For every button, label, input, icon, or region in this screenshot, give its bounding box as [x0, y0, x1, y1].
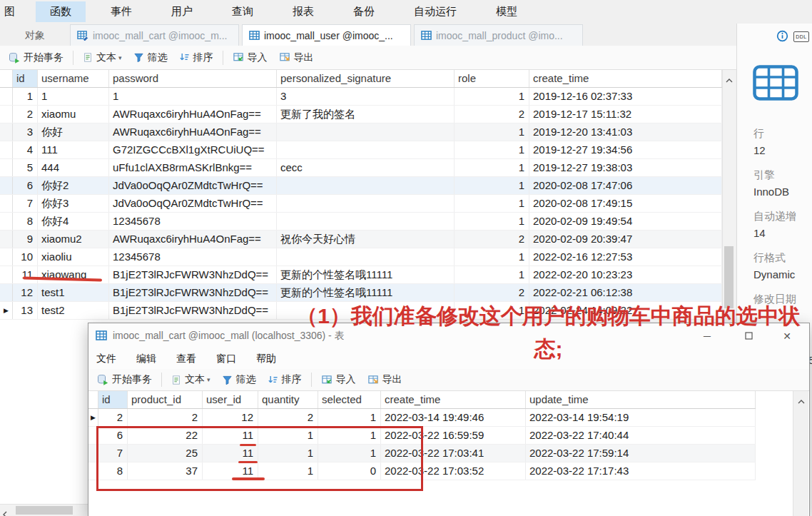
- cell-password[interactable]: 1: [109, 88, 277, 105]
- cell-create_time[interactable]: 2022-02-20 10:23:23: [529, 266, 722, 283]
- table-row[interactable]: 72511112022-03-22 17:03:412022-03-22 17:…: [88, 445, 756, 462]
- begin-transaction-button[interactable]: 开始事务: [91, 371, 158, 388]
- row-marker[interactable]: [0, 159, 13, 176]
- cell-username[interactable]: 444: [38, 159, 109, 176]
- cell-username[interactable]: 你好2: [38, 177, 109, 194]
- cell-create_time[interactable]: 2022-02-21 06:12:38: [529, 284, 722, 301]
- menu-item-backup[interactable]: 备份: [339, 1, 389, 22]
- cell-role[interactable]: 1: [455, 123, 529, 141]
- cell-create_time[interactable]: 2020-02-09 19:49:54: [529, 213, 722, 230]
- cell-password[interactable]: B1jE2T3lRJcFWRW3NhzDdQ==: [109, 302, 277, 319]
- cell-selected[interactable]: 1: [318, 445, 381, 462]
- cell-username[interactable]: test2: [38, 302, 109, 319]
- popup-menu-edit[interactable]: 编辑: [128, 353, 164, 365]
- cell-personalized_signature[interactable]: 更新了我的签名: [277, 106, 455, 123]
- cell-role[interactable]: 2: [455, 284, 529, 301]
- menu-item-query[interactable]: 查询: [218, 1, 268, 22]
- column-header-product_id[interactable]: product_id: [128, 391, 203, 408]
- table-row[interactable]: 83711102022-03-22 17:03:522022-03-22 17:…: [88, 462, 756, 480]
- cell-update_time[interactable]: 2022-03-22 17:59:14: [526, 445, 756, 462]
- cell-id[interactable]: 11: [13, 266, 38, 283]
- table-row[interactable]: ▶2212212022-03-14 19:49:462022-03-14 19:…: [88, 409, 756, 427]
- cell-personalized_signature[interactable]: 更新的个性签名哦11111: [277, 266, 455, 283]
- cell-personalized_signature[interactable]: [277, 177, 455, 194]
- cell-role[interactable]: 1: [455, 177, 529, 194]
- cell-product_id[interactable]: 25: [128, 445, 203, 462]
- cell-password[interactable]: G72IZGCCcBXl1gXtRCUiUQ==: [109, 141, 277, 158]
- cell-id[interactable]: 7: [13, 195, 38, 212]
- close-icon[interactable]: ✕: [771, 323, 803, 348]
- import-button[interactable]: 导入: [315, 371, 362, 388]
- cell-create_time[interactable]: 2019-12-16 02:37:33: [529, 88, 722, 105]
- row-marker[interactable]: [0, 106, 13, 123]
- table-row[interactable]: 62211112022-03-22 16:59:592022-03-22 17:…: [88, 427, 756, 445]
- cell-role[interactable]: 1: [455, 266, 529, 283]
- cell-selected[interactable]: 1: [318, 409, 381, 426]
- cell-user_id[interactable]: 11: [203, 427, 258, 444]
- row-marker[interactable]: [88, 462, 98, 480]
- cell-personalized_signature[interactable]: [277, 123, 455, 141]
- table-row[interactable]: ▶13test2B1jE2T3lRJcFWRW3NhzDdQ==12022-02…: [0, 302, 722, 320]
- cell-create_time[interactable]: 2020-02-08 17:47:06: [529, 177, 722, 194]
- column-header-id[interactable]: id: [98, 391, 128, 408]
- column-header-personalized_signature[interactable]: personalized_signature: [277, 70, 455, 87]
- cell-personalized_signature[interactable]: 祝你今天好心情: [277, 231, 455, 248]
- cell-role[interactable]: 1: [455, 88, 529, 105]
- cell-password[interactable]: 12345678: [109, 248, 277, 265]
- cell-id[interactable]: 1: [13, 88, 38, 105]
- cell-create_time[interactable]: 2022-02-16 12:27:53: [529, 248, 722, 265]
- cell-password[interactable]: B1jE2T3lRJcFWRW3NhzDdQ==: [109, 266, 277, 283]
- text-button[interactable]: 文本▾: [77, 49, 128, 66]
- cell-selected[interactable]: 1: [318, 427, 381, 444]
- table-row[interactable]: 9xiaomu2AWRuqaxc6iryhHuA4OnFag==祝你今天好心情2…: [0, 231, 722, 248]
- tab-imooc-mall-product[interactable]: imooc_mall_product @imo...: [414, 24, 583, 46]
- cell-role[interactable]: 1: [455, 195, 529, 212]
- cell-create_time[interactable]: 2020-02-08 17:49:15: [529, 195, 722, 212]
- cell-id[interactable]: 3: [13, 123, 38, 141]
- cell-id[interactable]: 12: [13, 284, 38, 301]
- cell-product_id[interactable]: 37: [128, 462, 203, 480]
- row-marker[interactable]: [0, 284, 13, 301]
- cell-password[interactable]: AWRuqaxc6iryhHuA4OnFag==: [109, 123, 277, 141]
- cell-password[interactable]: AWRuqaxc6iryhHuA4OnFag==: [109, 106, 277, 123]
- filter-button[interactable]: 筛选: [128, 49, 173, 66]
- cell-id[interactable]: 9: [13, 231, 38, 248]
- cell-create_time[interactable]: 2022-03-22 17:03:52: [381, 462, 526, 480]
- popup-vertical-scrollbar[interactable]: [793, 391, 808, 516]
- row-marker[interactable]: [0, 213, 13, 230]
- cell-update_time[interactable]: 2022-03-22 17:40:44: [526, 427, 756, 444]
- export-button[interactable]: 导出: [362, 371, 408, 388]
- popup-menu-window[interactable]: 窗口: [208, 353, 244, 365]
- main-vertical-scrollbar[interactable]: [722, 70, 736, 323]
- cell-create_time[interactable]: 2022-03-14 19:49:46: [381, 409, 526, 426]
- cell-password[interactable]: JdVa0oOqQAr0ZMdtcTwHrQ==: [109, 195, 277, 212]
- row-marker[interactable]: [0, 88, 13, 105]
- cell-create_time[interactable]: 2019-12-17 15:11:32: [529, 106, 722, 123]
- cell-username[interactable]: 你好4: [38, 213, 109, 230]
- cell-username[interactable]: xiaomu: [38, 106, 109, 123]
- menu-item-user[interactable]: 用户: [157, 1, 207, 22]
- info-icon[interactable]: [776, 30, 788, 44]
- cell-user_id[interactable]: 11: [203, 462, 258, 480]
- column-header-create_time[interactable]: create_time: [381, 391, 526, 408]
- table-row[interactable]: 8你好41234567812020-02-09 19:49:54: [0, 213, 722, 231]
- cell-id[interactable]: 4: [13, 141, 38, 158]
- vertical-scroll-thumb[interactable]: [724, 246, 734, 308]
- cell-username[interactable]: 你好: [38, 123, 109, 141]
- cell-personalized_signature[interactable]: [277, 302, 455, 319]
- column-header-id[interactable]: id: [13, 70, 38, 87]
- column-header-username[interactable]: username: [38, 70, 109, 87]
- table-row[interactable]: 7你好3JdVa0oOqQAr0ZMdtcTwHrQ==12020-02-08 …: [0, 195, 722, 213]
- cell-id[interactable]: 2: [98, 409, 128, 426]
- cell-user_id[interactable]: 11: [203, 445, 258, 462]
- cell-username[interactable]: xiaoliu: [38, 248, 109, 265]
- row-marker[interactable]: [88, 427, 98, 444]
- cell-quantity[interactable]: 1: [258, 427, 318, 444]
- cell-id[interactable]: 8: [98, 462, 128, 480]
- sort-button[interactable]: 排序: [173, 49, 219, 66]
- table-row[interactable]: 2xiaomuAWRuqaxc6iryhHuA4OnFag==更新了我的签名22…: [0, 106, 722, 123]
- horizontal-scroll-thumb[interactable]: [16, 506, 73, 515]
- scroll-up-icon[interactable]: [723, 73, 736, 86]
- cell-create_time[interactable]: 2020-02-09 20:39:47: [529, 231, 722, 248]
- cell-id[interactable]: 5: [13, 159, 38, 176]
